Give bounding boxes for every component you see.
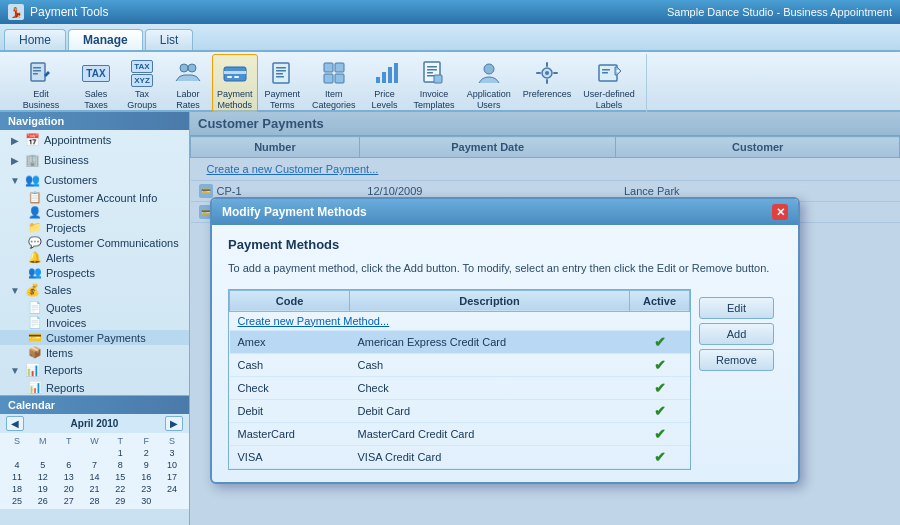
modal-close-button[interactable]: ✕ — [772, 204, 788, 220]
pm-description: Check — [350, 376, 630, 399]
ribbon-btn-payment-methods[interactable]: PaymentMethods — [212, 54, 258, 114]
pm-active: ✔ — [630, 399, 690, 422]
pm-row-amex[interactable]: Amex American Express Credit Card ✔ — [230, 330, 690, 353]
active-check-icon: ✔ — [654, 403, 666, 419]
pm-description: American Express Credit Card — [350, 330, 630, 353]
modal-section-title: Payment Methods — [228, 237, 782, 252]
nav-sub-item-projects[interactable]: 📁 Projects — [0, 220, 189, 235]
reports-icon: 📊 — [24, 362, 40, 378]
business-icon: 🏢 — [24, 152, 40, 168]
ribbon-btn-invoice-templates[interactable]: InvoiceTemplates — [409, 54, 460, 114]
pm-col-code[interactable]: Code — [230, 290, 350, 311]
calendar-nav: ◀ April 2010 ▶ — [0, 414, 189, 433]
pm-code: Debit — [230, 399, 350, 422]
invoice-templates-icon — [418, 57, 450, 89]
svg-rect-2 — [33, 70, 41, 72]
nav-sub-item-customer-payments[interactable]: 💳 Customer Payments — [0, 330, 189, 345]
nav-sub-item-invoices[interactable]: 📄 Invoices — [0, 315, 189, 330]
svg-rect-25 — [427, 69, 437, 71]
modal-body: Payment Methods To add a payment method,… — [212, 225, 798, 482]
sales-icon: 💰 — [24, 282, 40, 298]
svg-rect-14 — [276, 76, 284, 78]
modal-content-row: Code Description Active Creat — [228, 289, 782, 470]
pm-table: Code Description Active Creat — [229, 290, 690, 469]
pm-row-check[interactable]: Check Check ✔ — [230, 376, 690, 399]
nav-sub-item-customer-account-info[interactable]: 📋 Customer Account Info — [0, 190, 189, 205]
svg-point-29 — [484, 64, 494, 74]
nav-item-business[interactable]: ▶ 🏢 Business — [0, 150, 189, 170]
svg-rect-7 — [224, 71, 246, 74]
svg-rect-11 — [276, 67, 286, 69]
main-layout: Navigation ▶ 📅 Appointments ▶ 🏢 Business… — [0, 112, 900, 525]
active-check-icon: ✔ — [654, 426, 666, 442]
modal-title: Modify Payment Methods — [222, 205, 367, 219]
modal-title-bar: Modify Payment Methods ✕ — [212, 199, 798, 225]
preferences-label: Preferences — [523, 89, 572, 100]
pm-row-cash[interactable]: Cash Cash ✔ — [230, 353, 690, 376]
invoice-templates-label: InvoiceTemplates — [414, 89, 455, 111]
tab-home[interactable]: Home — [4, 29, 66, 50]
nav-sub-item-quotes[interactable]: 📄 Quotes — [0, 300, 189, 315]
calendar-prev-btn[interactable]: ◀ — [6, 416, 24, 431]
pm-col-description[interactable]: Description — [350, 290, 630, 311]
tab-bar: Home Manage List — [0, 24, 900, 52]
tab-list[interactable]: List — [145, 29, 194, 50]
nav-sub-item-prospects[interactable]: 👥 Prospects — [0, 265, 189, 280]
svg-point-5 — [188, 64, 196, 72]
svg-rect-1 — [33, 67, 41, 69]
ribbon-btn-price-levels[interactable]: PriceLevels — [363, 54, 407, 114]
ribbon-btn-tax-groups[interactable]: TAX XYZ TaxGroups — [120, 54, 164, 114]
calendar-day-headers: S M T W T F S — [4, 435, 185, 447]
pm-code: Amex — [230, 330, 350, 353]
application-users-label: ApplicationUsers — [467, 89, 511, 111]
add-button[interactable]: Add — [699, 323, 774, 345]
nav-sub-item-items[interactable]: 📦 Items — [0, 345, 189, 360]
application-users-icon — [473, 57, 505, 89]
pm-row-mastercard[interactable]: MasterCard MasterCard Credit Card ✔ — [230, 422, 690, 445]
svg-rect-38 — [602, 72, 608, 74]
nav-sub-item-customer-communications[interactable]: 💬 Customer Communications — [0, 235, 189, 250]
pm-active: ✔ — [630, 330, 690, 353]
payment-methods-label: PaymentMethods — [217, 89, 253, 111]
svg-rect-34 — [536, 72, 541, 74]
calendar-next-btn[interactable]: ▶ — [165, 416, 183, 431]
pm-row-debit[interactable]: Debit Debit Card ✔ — [230, 399, 690, 422]
active-check-icon: ✔ — [654, 334, 666, 350]
nav-sub-item-alerts[interactable]: 🔔 Alerts — [0, 250, 189, 265]
ribbon-btn-payment-terms[interactable]: PaymentTerms — [260, 54, 306, 114]
calendar-header: Calendar — [0, 396, 189, 414]
ribbon-btn-sales-taxes[interactable]: TAX SalesTaxes — [74, 54, 118, 114]
svg-rect-17 — [324, 74, 333, 83]
create-pm-link[interactable]: Create new Payment Method... — [238, 315, 390, 327]
ribbon-btn-item-categories[interactable]: ItemCategories — [307, 54, 361, 114]
remove-button[interactable]: Remove — [699, 349, 774, 371]
sales-taxes-icon: TAX — [80, 57, 112, 89]
pm-description: Debit Card — [350, 399, 630, 422]
nav-item-sales[interactable]: ▼ 💰 Sales — [0, 280, 189, 300]
pm-description: VISA Credit Card — [350, 445, 630, 468]
content-area: Customer Payments Number Payment Date Cu… — [190, 112, 900, 525]
pm-col-active[interactable]: Active — [630, 290, 690, 311]
nav-item-customers[interactable]: ▼ 👥 Customers — [0, 170, 189, 190]
ribbon-btn-user-defined-labels[interactable]: User-definedLabels — [578, 54, 640, 114]
payment-methods-icon — [219, 57, 251, 89]
ribbon-btn-preferences[interactable]: Preferences — [518, 54, 577, 103]
nav-header: Navigation — [0, 112, 189, 130]
svg-point-40 — [616, 70, 619, 73]
calendar-days: 1 2 3 4 5 6 7 8 9 10 11 12 13 14 15 16 1 — [4, 447, 185, 507]
pm-row-visa[interactable]: VISA VISA Credit Card ✔ — [230, 445, 690, 468]
user-defined-labels-label: User-definedLabels — [583, 89, 635, 111]
svg-rect-33 — [546, 79, 548, 84]
ribbon-btn-application-users[interactable]: ApplicationUsers — [462, 54, 516, 114]
nav-sub-item-customers[interactable]: 👤 Customers — [0, 205, 189, 220]
appointments-icon: 📅 — [24, 132, 40, 148]
edit-button[interactable]: Edit — [699, 297, 774, 319]
nav-item-appointments[interactable]: ▶ 📅 Appointments — [0, 130, 189, 150]
price-levels-label: PriceLevels — [372, 89, 398, 111]
nav-sub-item-reports[interactable]: 📊 Reports — [0, 380, 189, 395]
ribbon-btn-labor-rates[interactable]: LaborRates — [166, 54, 210, 114]
tab-manage[interactable]: Manage — [68, 29, 143, 50]
modal-table-area: Code Description Active Creat — [228, 289, 691, 470]
nav-item-reports[interactable]: ▼ 📊 Reports — [0, 360, 189, 380]
tax-groups-label: TaxGroups — [127, 89, 157, 111]
